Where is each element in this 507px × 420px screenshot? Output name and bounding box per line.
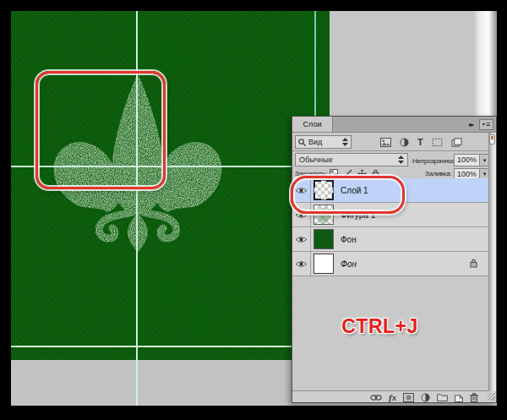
panel-header-controls: ▸▸ ▾ ≡ bbox=[469, 118, 493, 130]
filter-kind-value: Вид bbox=[308, 138, 340, 146]
panel-scrollbar[interactable] bbox=[488, 133, 496, 391]
blend-mode-row: Обычные Непрозрачность: 100% ▾ bbox=[292, 151, 496, 168]
collapse-panel-icon[interactable]: ▸▸ bbox=[469, 121, 476, 128]
panel-footer: fx bbox=[292, 390, 496, 402]
new-group-button[interactable] bbox=[437, 393, 448, 401]
trash-icon bbox=[470, 393, 478, 402]
layer-thumbnail[interactable] bbox=[313, 254, 334, 274]
filter-adjustment-button[interactable] bbox=[400, 138, 409, 147]
layer-row-background-white[interactable]: Фон bbox=[292, 252, 488, 276]
panel-menu-button[interactable]: ▾ ≡ bbox=[479, 119, 493, 130]
new-layer-icon bbox=[455, 393, 463, 402]
new-layer-button[interactable] bbox=[455, 393, 463, 402]
tab-layers-label: Слои bbox=[303, 120, 322, 128]
mask-icon bbox=[403, 393, 414, 402]
layer-name: Фон bbox=[341, 259, 357, 269]
opacity-label: Непрозрачность: bbox=[412, 157, 453, 165]
folder-icon bbox=[437, 393, 448, 401]
opacity-value[interactable]: 100% bbox=[454, 154, 480, 166]
visibility-toggle[interactable] bbox=[292, 252, 311, 275]
filter-type-buttons: T bbox=[380, 135, 462, 149]
guide-vertical-right bbox=[314, 11, 316, 116]
layer-row-background-green[interactable]: Фон bbox=[292, 227, 488, 252]
adjustment-icon bbox=[400, 138, 409, 147]
layer-style-button[interactable]: fx bbox=[389, 393, 396, 401]
panel-resize-grip[interactable] bbox=[488, 393, 495, 401]
new-adjustment-button[interactable] bbox=[421, 393, 430, 402]
shape-icon bbox=[432, 138, 443, 147]
stepper-icon bbox=[398, 155, 404, 164]
guide-horizontal-lower bbox=[11, 346, 292, 347]
annotation-layer-highlight bbox=[291, 176, 405, 214]
layer-name: Фон bbox=[341, 235, 357, 244]
layer-filter-row: Вид bbox=[292, 133, 496, 151]
blend-mode-value: Обычные bbox=[299, 155, 398, 164]
lock-icon bbox=[470, 259, 477, 268]
filter-toggle-switch[interactable] bbox=[489, 134, 495, 145]
menu-lines-icon: ≡ bbox=[486, 121, 490, 128]
panel-tab-bar: Слои ▸▸ ▾ ≡ bbox=[292, 117, 496, 133]
filter-shape-button[interactable] bbox=[432, 138, 443, 147]
layers-panel: Слои ▸▸ ▾ ≡ Вид bbox=[292, 116, 497, 403]
layer-thumbnail[interactable] bbox=[313, 229, 334, 249]
fill-label: Заливка: bbox=[425, 170, 454, 177]
pasteboard-top-right bbox=[330, 11, 497, 116]
footer-buttons: fx bbox=[370, 392, 478, 402]
photoshop-window: Слои ▸▸ ▾ ≡ Вид bbox=[0, 0, 507, 420]
filter-kind-dropdown[interactable]: Вид bbox=[295, 135, 352, 149]
image-icon bbox=[380, 138, 391, 147]
link-layers-button[interactable] bbox=[370, 395, 382, 401]
link-icon bbox=[370, 395, 382, 401]
filter-image-button[interactable] bbox=[380, 138, 391, 147]
fx-icon: fx bbox=[389, 393, 396, 401]
filter-smart-object-button[interactable] bbox=[451, 138, 462, 147]
menu-arrow-icon: ▾ bbox=[482, 122, 485, 127]
delete-layer-button[interactable] bbox=[470, 393, 478, 402]
tab-layers[interactable]: Слои bbox=[292, 117, 333, 132]
search-icon bbox=[298, 139, 306, 146]
adjustment-icon bbox=[421, 393, 430, 402]
blend-mode-dropdown[interactable]: Обычные bbox=[295, 153, 408, 166]
eye-icon bbox=[295, 236, 308, 243]
annotation-canvas-highlight bbox=[35, 71, 166, 189]
eye-icon bbox=[295, 260, 308, 268]
smart-object-icon bbox=[451, 138, 462, 147]
visibility-toggle[interactable] bbox=[292, 227, 311, 251]
type-tool-icon: T bbox=[417, 138, 423, 147]
stepper-icon bbox=[342, 138, 348, 146]
shortcut-hint-label: CTRL+J bbox=[331, 315, 428, 338]
add-mask-button[interactable] bbox=[403, 393, 414, 402]
filter-type-button[interactable]: T bbox=[417, 138, 423, 147]
